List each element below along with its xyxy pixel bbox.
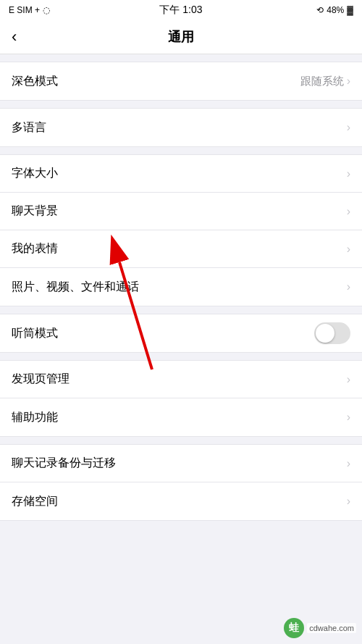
- chevron-icon-discover-management: ›: [347, 373, 350, 386]
- back-button[interactable]: ‹: [12, 28, 17, 46]
- settings-item-right-language: ›: [347, 121, 350, 134]
- settings-item-label-my-emoji: 我的表情: [12, 241, 58, 256]
- watermark-icon: 蛙: [284, 618, 304, 638]
- settings-item-label-storage: 存储空间: [12, 494, 58, 509]
- settings-item-right-media-files: ›: [347, 280, 350, 293]
- settings-item-dark-mode[interactable]: 深色模式跟随系统›: [0, 62, 362, 100]
- settings-item-label-accessibility: 辅助功能: [12, 410, 58, 425]
- settings-group-group3: 字体大小›聊天背景›我的表情›照片、视频、文件和通话›: [0, 154, 362, 306]
- sim-label: E SIM +: [9, 5, 40, 15]
- settings-item-font-size[interactable]: 字体大小›: [0, 155, 362, 193]
- status-left: E SIM + ◌: [9, 5, 50, 15]
- settings-item-storage[interactable]: 存储空间›: [0, 482, 362, 520]
- status-time: 下午 1:03: [159, 4, 202, 17]
- settings-item-earpiece-mode[interactable]: 听筒模式: [0, 314, 362, 352]
- chevron-icon-chat-background: ›: [347, 205, 350, 218]
- chevron-icon-storage: ›: [347, 495, 350, 508]
- watermark-text: cdwahe.com: [307, 623, 356, 633]
- nav-bar: ‹ 通用: [0, 20, 362, 54]
- battery-percent: 48%: [327, 5, 344, 15]
- toggle-earpiece-mode[interactable]: [314, 322, 350, 344]
- chevron-icon-font-size: ›: [347, 167, 350, 180]
- settings-group-group4: 听筒模式: [0, 314, 362, 353]
- wifi-icon: ◌: [43, 5, 50, 15]
- settings-item-label-earpiece-mode: 听筒模式: [12, 326, 58, 341]
- chevron-icon-dark-mode: ›: [347, 75, 350, 88]
- settings-group-group5: 发现页管理›辅助功能›: [0, 360, 362, 437]
- settings-item-accessibility[interactable]: 辅助功能›: [0, 398, 362, 436]
- settings-item-right-font-size: ›: [347, 167, 350, 180]
- chevron-icon-my-emoji: ›: [347, 243, 350, 256]
- settings-item-chat-backup[interactable]: 聊天记录备份与迁移›: [0, 445, 362, 482]
- chevron-icon-media-files: ›: [347, 280, 350, 293]
- chevron-icon-accessibility: ›: [347, 411, 350, 424]
- status-bar: E SIM + ◌ 下午 1:03 ⟲ 48% ▓: [0, 0, 362, 20]
- screen-rotation-icon: ⟲: [316, 5, 324, 15]
- settings-item-right-storage: ›: [347, 495, 350, 508]
- settings-item-right-dark-mode: 跟随系统›: [300, 75, 350, 88]
- settings-item-right-earpiece-mode: [314, 322, 350, 344]
- settings-group-group2: 多语言›: [0, 108, 362, 147]
- settings-item-label-media-files: 照片、视频、文件和通话: [12, 280, 139, 295]
- settings-item-value-dark-mode: 跟随系统: [300, 75, 344, 88]
- settings-item-right-chat-backup: ›: [347, 457, 350, 470]
- settings-item-my-emoji[interactable]: 我的表情›: [0, 230, 362, 268]
- settings-item-language[interactable]: 多语言›: [0, 109, 362, 146]
- chevron-icon-language: ›: [347, 121, 350, 134]
- settings-item-media-files[interactable]: 照片、视频、文件和通话›: [0, 268, 362, 306]
- settings-item-right-discover-management: ›: [347, 373, 350, 386]
- watermark: 蛙 cdwahe.com: [284, 618, 356, 638]
- settings-item-label-chat-backup: 聊天记录备份与迁移: [12, 456, 116, 471]
- settings-item-label-chat-background: 聊天背景: [12, 204, 58, 219]
- settings-group-group6: 聊天记录备份与迁移›存储空间›: [0, 444, 362, 521]
- settings-item-right-accessibility: ›: [347, 411, 350, 424]
- settings-item-chat-background[interactable]: 聊天背景›: [0, 193, 362, 230]
- settings-item-label-dark-mode: 深色模式: [12, 74, 58, 89]
- battery-icon: ▓: [347, 5, 353, 15]
- settings-item-right-chat-background: ›: [347, 205, 350, 218]
- settings-item-label-discover-management: 发现页管理: [12, 372, 70, 387]
- settings-item-discover-management[interactable]: 发现页管理›: [0, 361, 362, 398]
- chevron-icon-chat-backup: ›: [347, 457, 350, 470]
- settings-item-label-font-size: 字体大小: [12, 166, 58, 181]
- settings-item-right-my-emoji: ›: [347, 243, 350, 256]
- status-right: ⟲ 48% ▓: [316, 5, 353, 15]
- settings-item-label-language: 多语言: [12, 120, 46, 135]
- page-title: 通用: [168, 28, 194, 46]
- settings-content: 深色模式跟随系统›多语言›字体大小›聊天背景›我的表情›照片、视频、文件和通话›…: [0, 54, 362, 644]
- settings-group-group1: 深色模式跟随系统›: [0, 62, 362, 101]
